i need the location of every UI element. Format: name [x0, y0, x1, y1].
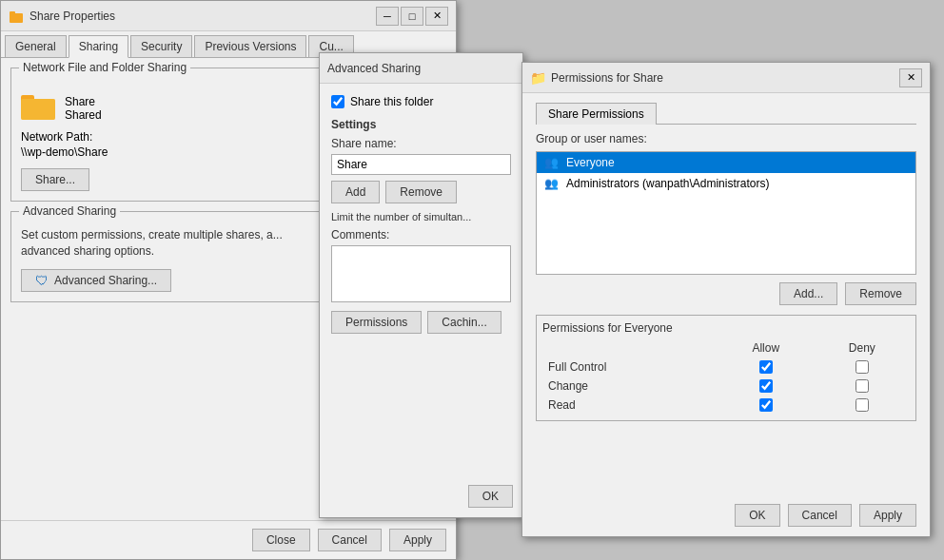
perm-title-left: 📁 Permissions for Share — [530, 70, 663, 86]
svg-rect-4 — [21, 99, 55, 120]
perm-dialog-bottom: OK Cancel Apply — [735, 504, 916, 527]
share-folder-row: Share this folder — [331, 95, 511, 108]
adv-content: Share this folder Settings Share name: A… — [320, 84, 522, 353]
close-button[interactable]: ✕ — [425, 7, 448, 26]
perm-allow-read-cb[interactable] — [759, 398, 773, 412]
network-sharing-title: Network File and Folder Sharing — [19, 61, 190, 74]
remove-button[interactable]: Remove — [385, 181, 457, 203]
perm-window-title: Permissions for Share — [551, 71, 663, 85]
share-name-input[interactable] — [331, 154, 511, 175]
share-text: Share Shared — [65, 95, 102, 122]
perm-content: Share Permissions Group or user names: 👥… — [522, 93, 930, 431]
maximize-button[interactable]: □ — [401, 7, 423, 26]
title-bar-left: Share Properties — [9, 9, 115, 24]
user-list: 👥 Everyone 👥 Administrators (wanpath\Adm… — [536, 151, 916, 275]
user-name-administrators: Administrators (wanpath\Administrators) — [566, 177, 769, 190]
adv-bottom-bar: OK — [468, 485, 513, 508]
window-title: Share Properties — [30, 10, 115, 23]
perm-apply-button[interactable]: Apply — [859, 504, 916, 527]
shield-icon: 🛡 — [35, 274, 49, 287]
perm-deny-change — [815, 377, 910, 396]
perm-ok-button[interactable]: OK — [735, 504, 779, 527]
user-item-administrators[interactable]: 👥 Administrators (wanpath\Administrators… — [537, 173, 915, 194]
perm-col-allow: Allow — [718, 338, 815, 357]
advanced-sharing-button[interactable]: 🛡 Advanced Sharing... — [21, 269, 171, 292]
user-item-everyone[interactable]: 👥 Everyone — [537, 152, 915, 173]
perm-name-read: Read — [542, 396, 718, 415]
tab-previous-versions[interactable]: Previous Versions — [194, 35, 306, 57]
adv-title-bar: Advanced Sharing — [320, 53, 522, 84]
perm-name-change: Change — [542, 377, 718, 396]
tab-security[interactable]: Security — [130, 35, 192, 57]
share-name-value: Share — [65, 95, 102, 108]
limit-text: Limit the number of simultan... — [331, 211, 511, 222]
perm-remove-button[interactable]: Remove — [845, 282, 916, 305]
settings-label: Settings — [331, 118, 511, 131]
share-props-title-bar: Share Properties ─ □ ✕ — [1, 1, 456, 31]
perm-section-label: Permissions for Everyone — [542, 321, 910, 335]
minimize-button[interactable]: ─ — [376, 7, 399, 26]
perm-tab-header-bar: Share Permissions — [536, 103, 916, 125]
share-folder-checkbox[interactable] — [331, 95, 344, 108]
add-button[interactable]: Add — [331, 181, 380, 203]
perm-add-remove-row: Add... Remove — [536, 282, 916, 305]
perm-close-button[interactable]: ✕ — [899, 68, 922, 87]
perm-deny-read — [815, 396, 910, 415]
share-folder-label: Share this folder — [350, 95, 433, 108]
perm-row-change: Change — [542, 377, 910, 396]
permissions-button[interactable]: Permissions — [331, 311, 422, 334]
adv-ok-button[interactable]: OK — [468, 485, 513, 508]
perm-allow-read — [718, 396, 815, 415]
permissions-window: 📁 Permissions for Share ✕ Share Permissi… — [521, 62, 931, 537]
perm-cancel-button[interactable]: Cancel — [788, 504, 852, 527]
perm-deny-fullcontrol — [815, 357, 910, 377]
perm-section-box: Permissions for Everyone Allow Deny Full… — [536, 315, 916, 421]
perm-allow-change — [718, 377, 815, 396]
adv-window-title: Advanced Sharing — [327, 62, 421, 75]
advanced-sharing-window: Advanced Sharing Share this folder Setti… — [319, 52, 523, 518]
perm-cache-row: Permissions Cachin... — [331, 311, 511, 334]
user-icon-everyone: 👥 — [544, 156, 559, 169]
perm-col-deny: Deny — [815, 338, 910, 357]
share-status-value: Shared — [65, 108, 102, 122]
advanced-sharing-title: Advanced Sharing — [19, 204, 120, 218]
caching-button[interactable]: Cachin... — [427, 311, 501, 334]
perm-window-icon: 📁 — [530, 70, 545, 86]
folder-icon — [21, 91, 55, 125]
perm-allow-fullcontrol — [718, 357, 815, 377]
window-icon — [9, 9, 24, 24]
add-remove-row: Add Remove — [331, 181, 511, 203]
adv-title-left: Advanced Sharing — [327, 62, 421, 75]
perm-table: Allow Deny Full Control — [542, 338, 910, 415]
comments-label: Comments: — [331, 228, 511, 241]
cancel-button[interactable]: Cancel — [318, 529, 382, 551]
group-user-label: Group or user names: — [536, 132, 916, 145]
perm-deny-change-cb[interactable] — [856, 379, 869, 393]
perm-name-fullcontrol: Full Control — [542, 357, 718, 377]
perm-row-read: Read — [542, 396, 910, 415]
share-button[interactable]: Share... — [21, 168, 89, 191]
perm-allow-change-cb[interactable] — [759, 379, 773, 393]
settings-section: Settings Share name: Add Remove Limit th… — [331, 118, 511, 334]
perm-allow-fullcontrol-cb[interactable] — [759, 360, 773, 374]
apply-button[interactable]: Apply — [389, 529, 446, 551]
perm-deny-read-cb[interactable] — [856, 398, 869, 412]
user-name-everyone: Everyone — [566, 156, 615, 169]
perm-title-bar: 📁 Permissions for Share ✕ — [522, 63, 930, 93]
close-button-bottom[interactable]: Close — [252, 529, 310, 551]
user-icon-administrators: 👥 — [544, 177, 559, 190]
comments-textarea[interactable] — [331, 245, 511, 302]
tab-general[interactable]: General — [5, 35, 67, 57]
perm-add-button[interactable]: Add... — [779, 282, 837, 305]
perm-row-fullcontrol: Full Control — [542, 357, 910, 377]
perm-tab-share-permissions[interactable]: Share Permissions — [536, 103, 657, 125]
perm-deny-fullcontrol-cb[interactable] — [856, 360, 869, 374]
tab-sharing[interactable]: Sharing — [69, 35, 128, 58]
share-props-bottom-bar: Close Cancel Apply — [1, 520, 456, 559]
svg-rect-1 — [10, 11, 15, 15]
perm-col-name — [542, 338, 718, 357]
share-name-label: Share name: — [331, 137, 511, 150]
